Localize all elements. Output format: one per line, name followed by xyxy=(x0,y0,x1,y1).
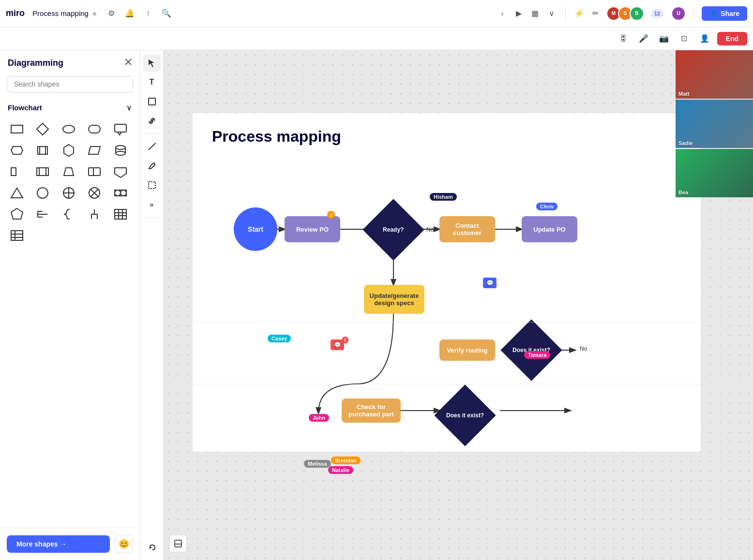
svg-rect-17 xyxy=(11,168,16,176)
canvas-area[interactable]: Process mapping xyxy=(164,50,753,560)
shape-tape[interactable] xyxy=(84,120,105,138)
sticky-note-tool[interactable] xyxy=(143,93,161,110)
select-tool[interactable] xyxy=(143,54,161,72)
svg-point-36 xyxy=(120,190,126,196)
text-tool[interactable]: T xyxy=(143,74,161,91)
shape-offpage[interactable] xyxy=(110,162,131,181)
shape-stadium[interactable] xyxy=(110,184,131,202)
shape-process[interactable] xyxy=(32,141,53,160)
video-icon[interactable]: 📷 xyxy=(656,31,672,46)
panel-toggle-button[interactable] xyxy=(169,535,187,552)
svg-rect-6 xyxy=(115,124,126,132)
settings-icon[interactable]: ⚙ xyxy=(105,8,117,19)
frame-tool[interactable] xyxy=(143,177,161,194)
search-icon[interactable]: 🔍 xyxy=(161,8,172,19)
shape-parallelogram[interactable] xyxy=(84,141,105,160)
shape-trapezoid[interactable] xyxy=(59,162,79,181)
node-review-po-label: Review PO xyxy=(296,226,329,233)
more-tools[interactable]: » xyxy=(143,196,161,213)
filter-icon[interactable]: ⚡ xyxy=(573,8,585,19)
svg-rect-52 xyxy=(11,231,23,240)
node-does-it-exist-2-label: Does it exist? xyxy=(446,412,484,419)
shape-io[interactable] xyxy=(7,162,27,181)
shape-table[interactable] xyxy=(110,205,131,223)
node-check-purchased[interactable]: Check for purchased part xyxy=(342,398,401,423)
cursor-hisham: Hisham xyxy=(430,193,457,201)
shape-grid-table[interactable] xyxy=(7,226,27,245)
share-button[interactable]: 👤 Share xyxy=(702,6,747,21)
share-label: Share xyxy=(721,10,739,17)
shape-predefined[interactable] xyxy=(84,162,105,181)
shape-circle[interactable] xyxy=(32,184,53,202)
share-screen-icon[interactable]: ⊡ xyxy=(677,31,692,46)
svg-rect-19 xyxy=(37,168,48,176)
pen-icon[interactable]: ✏ xyxy=(590,8,602,19)
shape-brace[interactable] xyxy=(59,205,79,223)
shape-rectangle[interactable] xyxy=(7,120,27,138)
node-contact-customer[interactable]: Contact customer xyxy=(439,216,495,242)
shape-tree[interactable] xyxy=(84,205,105,223)
svg-rect-2 xyxy=(11,125,23,133)
cursor-tamara: Tamara xyxy=(524,351,550,359)
bell-icon[interactable]: 🔔 xyxy=(124,8,136,19)
link-tool[interactable] xyxy=(143,112,161,130)
shape-oval[interactable] xyxy=(59,120,79,138)
comment-bubble-1[interactable]: 💬 xyxy=(483,278,497,288)
tune-icon[interactable]: 🎛 xyxy=(616,31,631,46)
shape-circle-x[interactable] xyxy=(84,184,105,202)
mic-icon[interactable]: 🎤 xyxy=(636,31,651,46)
node-review-po[interactable]: Review PO xyxy=(285,216,340,242)
present-icon[interactable]: ▶ xyxy=(513,8,525,19)
svg-point-13 xyxy=(116,146,125,149)
more-shapes-button[interactable]: More shapes → xyxy=(7,535,110,553)
shape-display[interactable] xyxy=(7,141,27,160)
flowchart-section-header[interactable]: Flowchart ∨ xyxy=(0,99,140,116)
shape-list-branch[interactable] xyxy=(32,205,53,223)
search-input[interactable] xyxy=(7,76,133,92)
line-tool[interactable] xyxy=(143,138,161,155)
upload-icon[interactable]: ↑ xyxy=(142,8,154,19)
sidebar-bottom: More shapes → 😊 xyxy=(0,528,140,560)
node-update-po[interactable]: Update PO xyxy=(522,216,577,242)
node-design-specs[interactable]: Update/generate design specs xyxy=(364,285,424,314)
node-check-purchased-label: Check for purchased part xyxy=(346,403,397,418)
shape-triangle[interactable] xyxy=(7,184,27,202)
shape-pentagon[interactable] xyxy=(7,205,27,223)
grid-icon[interactable]: ▦ xyxy=(529,8,541,19)
end-button[interactable]: End xyxy=(717,32,747,45)
pen-tool[interactable] xyxy=(143,157,161,175)
chevron-right-icon[interactable]: › xyxy=(497,8,508,19)
shape-cylinder[interactable] xyxy=(110,141,131,160)
main-layout: Diagramming Flowchart ∨ xyxy=(0,50,753,560)
star-icon[interactable]: ★ xyxy=(91,10,98,17)
close-icon[interactable] xyxy=(124,58,132,68)
svg-marker-37 xyxy=(11,208,23,219)
avatar-count[interactable]: 12 xyxy=(651,9,663,18)
video-name-sadie: Sadie xyxy=(678,140,693,146)
svg-rect-5 xyxy=(89,125,100,133)
node-does-it-exist-1[interactable]: Does it exist? xyxy=(500,319,562,381)
undo-button[interactable] xyxy=(143,539,161,556)
person-icon[interactable]: 👤 xyxy=(697,31,712,46)
node-start-label: Start xyxy=(248,225,263,233)
diagram-title: Process mapping xyxy=(212,128,341,146)
shape-circle-cross[interactable] xyxy=(59,184,79,202)
avatar-group: M S B xyxy=(606,6,644,21)
node-does-it-exist-2[interactable]: Does it exist? xyxy=(434,384,496,446)
svg-point-4 xyxy=(63,125,75,133)
sidebar-title: Diagramming xyxy=(8,58,63,68)
node-ready[interactable]: Ready? xyxy=(362,199,424,260)
emoji-button[interactable]: 😊 xyxy=(115,535,133,553)
node-verify-routing[interactable]: Verify routing xyxy=(439,339,495,361)
node-start[interactable]: Start xyxy=(234,207,277,251)
video-name-matt: Matt xyxy=(678,91,690,97)
shape-callout[interactable] xyxy=(110,120,131,138)
sidebar-header: Diagramming xyxy=(0,50,140,76)
node-update-po-label: Update PO xyxy=(533,226,565,233)
shape-diamond[interactable] xyxy=(32,120,53,138)
shape-hexagon[interactable] xyxy=(59,141,79,160)
chevron-down-icon[interactable]: ∨ xyxy=(546,8,557,19)
shape-loop[interactable] xyxy=(32,162,53,181)
miro-logo: miro xyxy=(6,8,25,18)
node-verify-routing-label: Verify routing xyxy=(447,347,488,354)
